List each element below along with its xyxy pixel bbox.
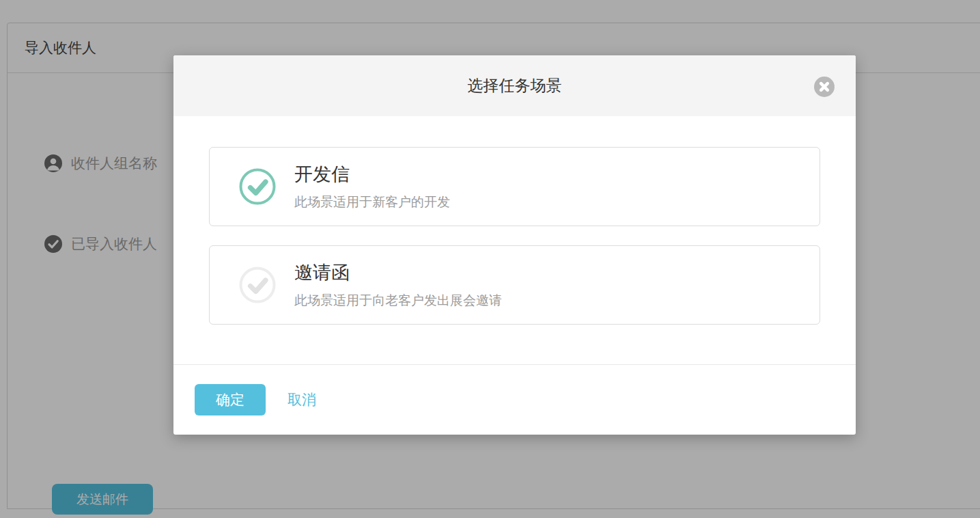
confirm-button[interactable]: 确定 (195, 384, 266, 415)
option-text: 开发信 此场景适用于新客户的开发 (294, 162, 450, 211)
modal-header: 选择任务场景 (173, 55, 856, 116)
option-text: 邀请函 此场景适用于向老客户发出展会邀请 (294, 260, 502, 310)
check-selected-icon (239, 168, 276, 205)
close-icon[interactable] (814, 77, 835, 97)
cancel-button[interactable]: 取消 (288, 384, 316, 415)
option-title: 邀请函 (294, 260, 502, 285)
modal-footer: 确定 取消 (173, 364, 856, 435)
modal-title: 选择任务场景 (468, 75, 562, 96)
option-description: 此场景适用于向老客户发出展会邀请 (294, 292, 502, 310)
option-card-development-letter[interactable]: 开发信 此场景适用于新客户的开发 (209, 147, 820, 226)
modal-body: 开发信 此场景适用于新客户的开发 邀请函 此场景适用于向老客户发出展会邀请 (173, 116, 856, 325)
option-card-invitation-letter[interactable]: 邀请函 此场景适用于向老客户发出展会邀请 (209, 245, 820, 325)
option-title: 开发信 (294, 162, 450, 187)
select-task-scene-modal: 选择任务场景 开发信 此场景适用于新客户的开发 (173, 55, 856, 435)
check-unselected-icon (239, 267, 276, 303)
option-description: 此场景适用于新客户的开发 (294, 193, 450, 211)
